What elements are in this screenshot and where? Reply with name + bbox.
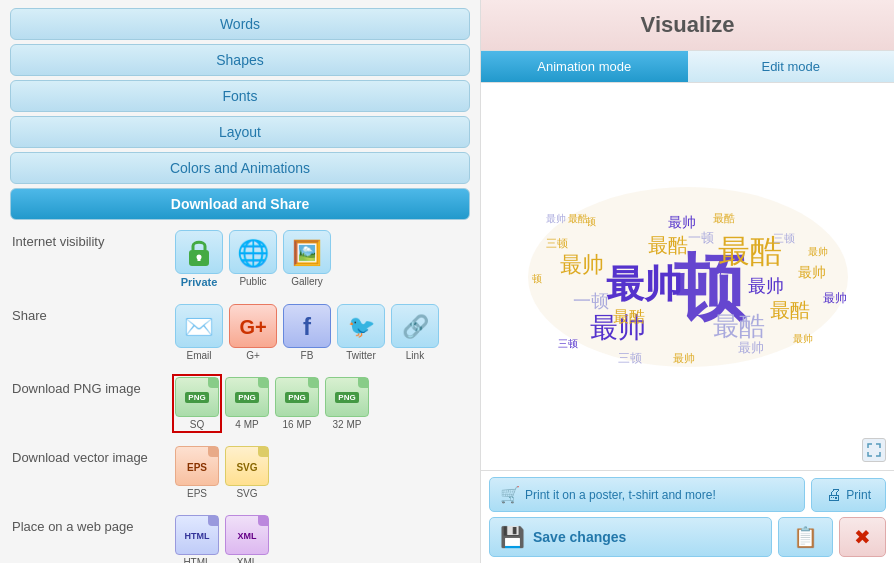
right-panel: Visualize Animation mode Edit mode 顿 最帅 … [480,0,894,563]
visibility-icons: Private 🌐 Public 🖼️ Gallery [175,230,331,288]
wordcloud-svg: 顿 最帅 最帅 最酷 最帅 最酷 最酷 一顿 最酷 最帅 最帅 最酷 三顿 最帅… [518,167,858,387]
fb-label: FB [301,350,314,361]
visibility-gallery[interactable]: 🖼️ Gallery [283,230,331,287]
download-png-sq[interactable]: PNG SQ [175,377,219,430]
delete-icon: ✖ [854,525,871,549]
share-icons: ✉️ Email G+ G+ f FB 🐦 [175,304,439,361]
mode-tabs: Animation mode Edit mode [481,51,894,83]
visibility-row: Internet visibility Private 🌐 [10,224,470,294]
printer-icon: 🖨 [826,486,842,504]
nav-layout[interactable]: Layout [10,116,470,148]
svg-text:最酷: 最酷 [648,234,688,256]
svg-text:最帅: 最帅 [560,252,604,277]
fullscreen-button[interactable] [862,438,886,462]
download-png-label: Download PNG image [12,377,167,396]
private-label: Private [181,276,218,288]
svg-label: SVG [236,488,257,499]
visualize-title: Visualize [641,12,735,37]
delete-button[interactable]: ✖ [839,517,886,557]
print-button[interactable]: 🖨 Print [811,478,886,512]
svg-text:最帅: 最帅 [823,291,847,305]
wordcloud-area: 顿 最帅 最帅 最酷 最帅 最酷 最酷 一顿 最酷 最帅 最帅 最酷 三顿 最帅… [481,83,894,470]
download-vector-icons: EPS EPS SVG SVG [175,446,269,499]
tab-edit[interactable]: Edit mode [688,51,895,82]
svg-text:最帅: 最帅 [546,213,566,224]
cart-icon: 🛒 [500,485,520,504]
left-panel: Words Shapes Fonts Layout Colors and Ani… [0,0,480,563]
download-html[interactable]: HTML HTML [175,515,219,563]
download-svg[interactable]: SVG SVG [225,446,269,499]
download-eps[interactable]: EPS EPS [175,446,219,499]
svg-rect-2 [198,257,201,261]
save-label: Save changes [533,529,626,545]
download-png-row: Download PNG image PNG SQ PNG 4 MP PNG [10,371,470,436]
download-png-16mp[interactable]: PNG 16 MP [275,377,319,430]
svg-text:一顿: 一顿 [688,230,714,245]
svg-text:最酷: 最酷 [568,213,588,224]
save-button[interactable]: 💾 Save changes [489,517,772,557]
sq-label: SQ [190,419,204,430]
download-xml[interactable]: XML XML [225,515,269,563]
bottom-bar: 🛒 Print it on a poster, t-shirt and more… [481,470,894,563]
svg-text:最帅: 最帅 [748,276,784,296]
svg-text:最酷: 最酷 [713,312,765,341]
4mp-label: 4 MP [235,419,258,430]
share-twitter[interactable]: 🐦 Twitter [337,304,385,361]
download-vector-row: Download vector image EPS EPS SVG SVG [10,440,470,505]
svg-text:最帅: 最帅 [673,352,695,364]
lock-icon [185,236,213,268]
share-fb[interactable]: f FB [283,304,331,361]
visualize-header: Visualize [481,0,894,51]
svg-text:最酷: 最酷 [713,212,735,224]
download-png-32mp[interactable]: PNG 32 MP [325,377,369,430]
svg-text:三顿: 三顿 [618,351,642,365]
download-vector-label: Download vector image [12,446,167,465]
32mp-label: 32 MP [333,419,362,430]
svg-text:最帅: 最帅 [606,263,682,305]
link-label: Link [406,350,424,361]
share-email[interactable]: ✉️ Email [175,304,223,361]
nav-words[interactable]: Words [10,8,470,40]
nav-fonts[interactable]: Fonts [10,80,470,112]
print-label: Print [846,488,871,502]
web-label: Place on a web page [12,515,167,534]
save-disk-icon: 💾 [500,525,525,549]
download-png-4mp[interactable]: PNG 4 MP [225,377,269,430]
visibility-label: Internet visibility [12,230,167,249]
svg-text:三顿: 三顿 [546,237,568,249]
share-link[interactable]: 🔗 Link [391,304,439,361]
svg-text:一顿: 一顿 [573,291,609,311]
actions-row: 💾 Save changes 📋 ✖ [489,517,886,557]
download-png-icons: PNG SQ PNG 4 MP PNG 16 MP PNG [175,377,369,430]
16mp-label: 16 MP [283,419,312,430]
visibility-public[interactable]: 🌐 Public [229,230,277,287]
svg-text:最酷: 最酷 [770,299,810,321]
html-label: HTML [183,557,210,563]
tab-animation[interactable]: Animation mode [481,51,688,82]
svg-text:三顿: 三顿 [558,338,578,349]
copy-button[interactable]: 📋 [778,517,833,557]
svg-text:顿: 顿 [532,273,542,284]
public-label: Public [239,276,266,287]
share-row: Share ✉️ Email G+ G+ f FB [10,298,470,367]
nav-colors[interactable]: Colors and Animations [10,152,470,184]
print-poster-button[interactable]: 🛒 Print it on a poster, t-shirt and more… [489,477,805,512]
share-gplus[interactable]: G+ G+ [229,304,277,361]
email-label: Email [186,350,211,361]
eps-label: EPS [187,488,207,499]
web-icons: HTML HTML XML XML [175,515,269,563]
xml-label: XML [237,557,258,563]
svg-text:最帅: 最帅 [808,246,828,257]
visibility-private[interactable]: Private [175,230,223,288]
svg-text:最帅: 最帅 [793,333,813,344]
nav-download[interactable]: Download and Share [10,188,470,220]
twitter-label: Twitter [346,350,375,361]
print-poster-label: Print it on a poster, t-shirt and more! [525,488,716,502]
web-row: Place on a web page HTML HTML XML XML [10,509,470,563]
svg-text:最帅: 最帅 [668,215,696,230]
fullscreen-icon [867,443,881,457]
nav-shapes[interactable]: Shapes [10,44,470,76]
gallery-label: Gallery [291,276,323,287]
share-label: Share [12,304,167,323]
svg-text:最帅: 最帅 [798,265,826,280]
